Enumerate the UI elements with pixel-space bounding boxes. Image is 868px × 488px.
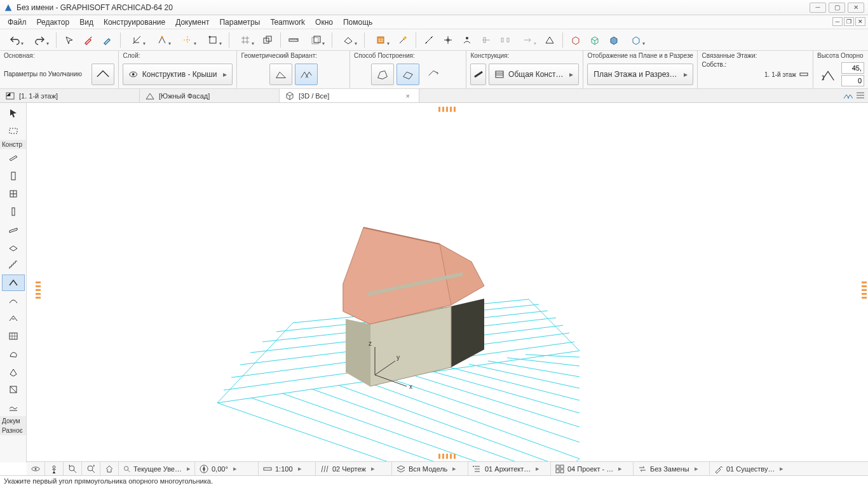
mesh-tool[interactable] [2,399,25,416]
construction-basic[interactable] [470,64,486,85]
tab-floorplan[interactable]: [1. 1-й этаж] [0,89,140,102]
split-handle-right[interactable] [862,281,867,299]
project-value: 04 Проект - … [567,465,613,473]
orientation-selector[interactable]: 0,00° [195,462,259,475]
grid-snap-button[interactable] [234,32,256,48]
edit-origin-button[interactable] [440,32,456,48]
modify-button[interactable] [517,32,538,48]
construction-selector[interactable]: Общая Конст… [489,64,579,85]
tab-list-icon[interactable] [855,90,865,100]
story-link-icon[interactable] [799,69,809,79]
layer-combo-selector[interactable]: 01 Архитект… [468,462,551,475]
window-tool[interactable] [2,186,25,202]
tab-close[interactable]: × [406,92,410,100]
roof-tool-icon-button[interactable] [92,64,114,85]
menu-editor[interactable]: Редактор [32,17,75,28]
column-tool[interactable] [2,203,25,220]
curtainwall-tool[interactable] [2,328,25,344]
wall-tool[interactable] [2,150,25,166]
inject-button[interactable] [100,32,115,48]
snap-guides-button[interactable] [177,32,198,48]
marquee-tool[interactable] [2,123,25,139]
method-rotated[interactable] [422,64,445,85]
tab-elevation[interactable]: [Южный Фасад] [140,89,280,102]
minimize-button[interactable]: ─ [810,3,826,13]
model-view-selector[interactable]: Вся Модель [392,462,468,475]
split-handle-top[interactable] [438,107,456,112]
menu-file[interactable]: Файл [3,17,32,28]
project-selector[interactable]: 04 Проект - … [551,462,634,475]
geom-multi-plane[interactable] [295,64,318,85]
align-button[interactable] [478,32,494,48]
skylight-tool[interactable] [2,310,25,327]
measure-button[interactable] [421,32,437,48]
height-offset-top[interactable] [841,62,864,74]
distribute-button[interactable] [498,32,513,48]
zoom-selector[interactable]: Текущее Уве… [119,462,195,475]
mdi-close[interactable]: ✕ [855,17,865,26]
shell-tool[interactable] [2,292,25,309]
slab-tool[interactable] [2,239,25,255]
pen-set-selector[interactable]: 02 Чертеж [316,462,392,475]
redo-button[interactable] [29,32,51,48]
defaults-label[interactable]: Параметры по Умолчанию [4,71,82,78]
home-view-button[interactable] [100,462,119,475]
element-snap-button[interactable] [202,32,224,48]
split-handle-left[interactable] [36,281,41,299]
eyedropper-button[interactable] [81,32,96,48]
3d-doc-button[interactable] [568,32,583,48]
trace-button[interactable] [305,32,327,48]
gravity-button[interactable] [459,32,475,48]
favorites-button[interactable]: 12 [370,32,391,48]
menu-help[interactable]: Помощь [338,17,377,28]
menu-teamwork[interactable]: Teamwork [265,17,310,28]
beam-tool[interactable] [2,221,25,238]
menu-options[interactable]: Параметры [214,17,265,28]
show-3d-button[interactable] [587,32,602,48]
existing-selector[interactable]: 01 Существу… [710,462,868,475]
morph-tool[interactable] [2,346,25,362]
mdi-restore[interactable]: ❐ [844,17,854,26]
render-button[interactable] [606,32,621,48]
stair-tool[interactable] [2,257,25,273]
layer-selector[interactable]: Конструктив - Крыши [123,64,233,85]
menu-document[interactable]: Документ [170,17,214,28]
split-handle-bottom[interactable] [438,454,456,459]
tab-overview-icon[interactable] [843,90,853,100]
prev-view-button[interactable] [64,462,82,475]
method-rect[interactable] [397,64,419,85]
close-button[interactable]: ✕ [848,3,864,13]
mdi-minimize[interactable]: ─ [832,17,843,26]
zone-tool[interactable] [2,381,25,398]
magic-wand-button[interactable] [395,32,410,48]
menu-view[interactable]: Вид [74,17,98,28]
explore-button[interactable] [45,462,64,475]
explode-button[interactable] [542,32,557,48]
pick-button[interactable] [62,32,77,48]
guideline-button[interactable] [126,32,147,48]
maximize-button[interactable]: ▢ [829,3,845,13]
3d-viewport[interactable]: x y z [27,103,868,463]
scale-selector[interactable]: 1:100 [259,462,316,475]
tab-3d[interactable]: [3D / Все] × [280,89,419,102]
floorplan-selector[interactable]: План Этажа и Разрез… [587,64,693,85]
orbit-button[interactable] [27,462,45,475]
next-view-button[interactable] [82,462,100,475]
arrow-tool[interactable] [2,105,25,121]
object-tool[interactable] [2,363,25,380]
height-offset-bottom[interactable] [841,75,864,86]
snap-button[interactable] [151,32,173,48]
door-tool[interactable] [2,168,25,184]
menu-design[interactable]: Конструирование [98,17,170,28]
suspend-groups-button[interactable] [260,32,275,48]
roof-tool[interactable] [2,274,25,291]
menu-window[interactable]: Окно [310,17,338,28]
ruler-button[interactable] [286,32,301,48]
renovation-selector[interactable]: Без Замены [634,462,710,475]
publish-button[interactable] [625,32,647,48]
cut-plane-button[interactable] [337,32,359,48]
method-poly[interactable] [371,64,394,85]
geom-single-plane[interactable] [269,64,292,85]
geom-label: Геометрический Вариант: [241,52,346,61]
undo-button[interactable] [4,32,25,48]
